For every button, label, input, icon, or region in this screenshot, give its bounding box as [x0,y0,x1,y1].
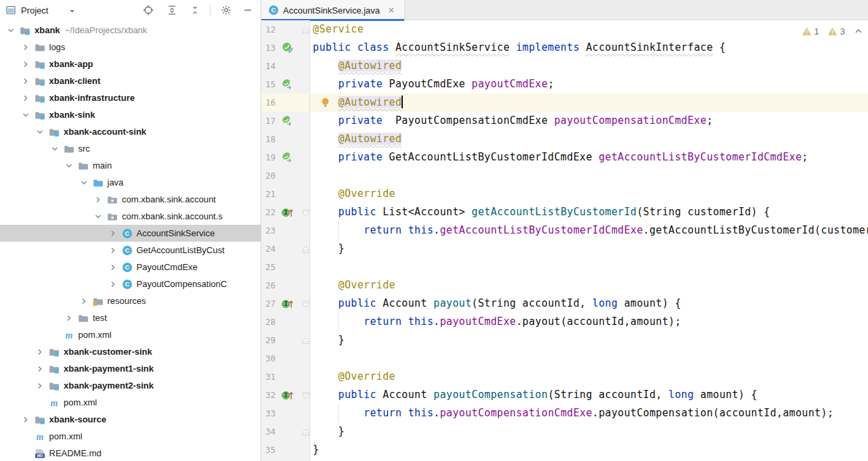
chevron-down-icon[interactable] [5,25,20,36]
chevron-right-icon[interactable] [20,59,35,70]
chevron-down-icon[interactable] [68,6,77,15]
locate-button[interactable] [143,5,154,16]
tree-item-xbank-app[interactable]: xbank-app [0,56,261,72]
tree-item-test[interactable]: test [0,309,261,326]
line-number[interactable]: 17 [261,112,276,130]
line-number[interactable]: 33 [261,404,276,422]
chevron-right-icon[interactable] [108,228,122,239]
line-number[interactable]: 26 [261,276,276,294]
tree-item-xbank-client[interactable]: xbank-client [0,72,261,89]
chevron-down-icon[interactable] [64,160,78,171]
line-number[interactable]: 14 [261,57,276,75]
tree-item-label: AccountSinkService [137,228,215,238]
line-number[interactable]: 12 [261,20,276,39]
line-number[interactable]: 18 [261,130,276,148]
tree-item-xbank-payment1-sink[interactable]: xbank-payment1-sink [0,360,261,377]
chevron-right-icon[interactable] [108,279,122,290]
tree-item-com-xbank-sink-account-s[interactable]: com.xbank.sink.account.s [0,208,261,225]
line-number[interactable]: 35 [261,441,276,459]
editor-tab[interactable]: C AccountSinkService.java [261,0,405,20]
line-number[interactable]: 30 [261,349,276,368]
tree-item-xbank-account-sink[interactable]: xbank-account-sink [0,123,261,140]
line-number[interactable]: 15 [261,75,276,93]
spring-autowired-icon[interactable] [282,115,293,127]
chevron-right-icon[interactable] [35,347,49,357]
line-number[interactable]: 28 [261,313,276,331]
inspections-widget[interactable]: 13 [802,26,864,37]
chevron-down-icon[interactable] [79,177,93,188]
line-number[interactable]: 21 [261,185,276,203]
collapse-all-button[interactable] [190,5,200,16]
tree-item-xbank-customer-sink[interactable]: xbank-customer-sink [0,343,261,360]
chevron-down-icon[interactable] [20,110,35,120]
tree-item-pom-xml[interactable]: mpom.xml [0,326,261,343]
warning-count[interactable]: 1 [802,26,819,37]
line-number[interactable]: 27 [261,294,276,313]
chevron-right-icon[interactable] [93,194,107,205]
tree-item-pom-xml[interactable]: mpom.xml [0,394,261,411]
tree-item-xbank-infrastructure[interactable]: xbank-infrastructure [0,89,261,106]
line-number[interactable]: 25 [261,258,276,276]
hide-panel-button[interactable] [242,5,253,16]
package-icon [107,211,118,222]
implements-method-icon[interactable]: I [282,206,293,218]
tree-item-pom-xml[interactable]: mpom.xml [0,428,261,445]
tree-item-xbank-sink[interactable]: xbank-sink [0,106,261,123]
line-number[interactable]: 16 [261,93,276,112]
chevron-right-icon[interactable] [64,313,78,324]
tree-item-com-xbank-sink-account[interactable]: com.xbank.sink.account [0,191,261,208]
line-number[interactable]: 13 [261,39,276,57]
tree-item-main[interactable]: main [0,157,261,174]
tree-item-logs[interactable]: logs [0,39,261,56]
chevron-right-icon[interactable] [108,262,122,273]
code-editor[interactable]: 12@Service13public class AccountSinkServ… [261,20,868,461]
tree-item-xbank[interactable]: xbank~/IdeaProjects/xbank [0,22,261,39]
spring-autowired-icon[interactable] [282,79,293,90]
chevron-right-icon[interactable] [35,380,49,391]
line-number[interactable]: 31 [261,368,276,386]
settings-button[interactable] [221,5,232,16]
chevron-right-icon[interactable] [20,414,35,425]
line-number[interactable]: 29 [261,331,276,349]
spring-bean-icon[interactable] [282,42,293,53]
expand-all-button[interactable] [167,5,177,16]
tree-item-payoutcmdexe[interactable]: CPayoutCmdExe [0,259,261,276]
line-number[interactable]: 22 [261,203,276,221]
tree-item-label: main [93,160,112,171]
chevron-spacer [35,397,49,408]
chevron-right-icon[interactable] [35,364,49,374]
tree-item-payoutcompensationc[interactable]: CPayoutCompensationC [0,276,261,292]
chevron-down-icon[interactable] [35,127,49,137]
tree-item-xbank-payment2-sink[interactable]: xbank-payment2-sink [0,377,261,394]
spring-autowired-icon[interactable] [282,152,293,163]
project-view-selector[interactable]: Project [21,5,48,16]
line-number[interactable]: 19 [261,148,276,167]
close-icon[interactable] [387,5,396,15]
previous-warning-button[interactable] [853,26,864,37]
tree-item-src[interactable]: src [0,140,261,157]
warning-count[interactable]: 3 [827,26,845,37]
chevron-right-icon[interactable] [20,76,35,87]
line-number[interactable]: 20 [261,167,276,185]
class-icon: C [268,5,279,16]
tree-item-resources[interactable]: resources [0,292,261,309]
chevron-down-icon[interactable] [49,144,64,154]
chevron-right-icon[interactable] [79,296,93,307]
tree-item-accountsinkservice[interactable]: CAccountSinkService [0,225,261,242]
implements-method-icon[interactable]: I [282,298,293,309]
line-number[interactable]: 23 [261,221,276,240]
chevron-right-icon[interactable] [108,245,122,256]
warning-count-label: 3 [840,26,845,37]
line-number[interactable]: 34 [261,422,276,441]
line-number[interactable]: 24 [261,240,276,258]
tree-item-xbank-source[interactable]: xbank-source [0,411,261,428]
tree-item-java[interactable]: java [0,174,261,191]
tree-item-getaccountlistbycust[interactable]: CGetAccountListByCust [0,242,261,259]
project-path: ~/IdeaProjects/xbank [65,25,148,35]
tree-item-readme-md[interactable]: MDREADME.md [0,445,261,461]
chevron-down-icon[interactable] [93,211,107,222]
implements-method-icon[interactable]: I [282,389,293,401]
chevron-right-icon[interactable] [20,42,35,53]
chevron-right-icon[interactable] [20,93,35,104]
line-number[interactable]: 32 [261,386,276,404]
